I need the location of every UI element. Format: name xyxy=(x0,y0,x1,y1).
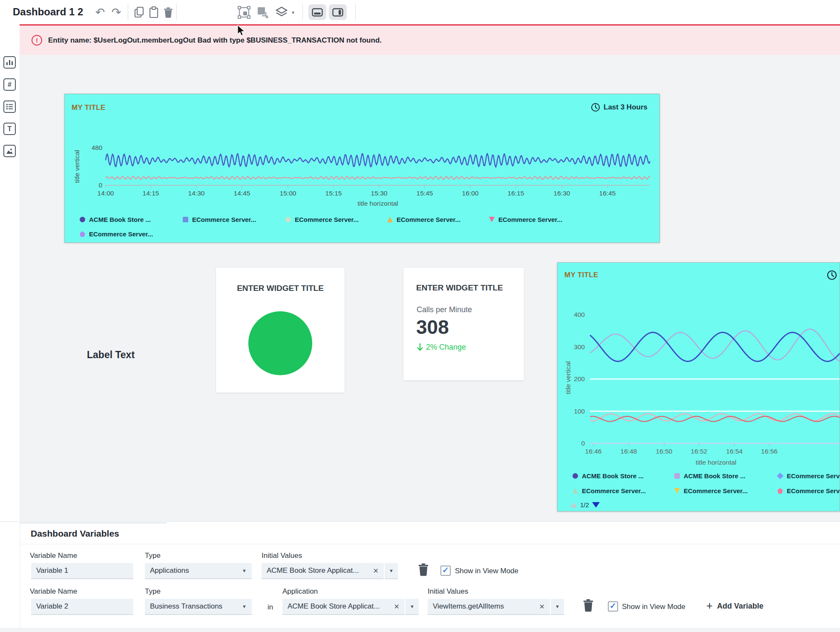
panel-title: Dashboard Variables xyxy=(31,529,119,539)
show-in-view-mode-checkbox[interactable]: ✓ xyxy=(608,601,618,612)
caret-down-icon: ▼ xyxy=(410,604,414,609)
legend-label: ACME Book Store ... xyxy=(582,472,644,480)
label-widget[interactable]: Label Text xyxy=(87,349,135,361)
legend-label: ACME Book Store ... xyxy=(89,216,151,223)
svg-text:0: 0 xyxy=(99,181,102,189)
time-range[interactable]: Last 3 Hours xyxy=(591,103,647,112)
clear-icon[interactable]: ✕ xyxy=(370,567,379,575)
legend-label: ECommerce Server... xyxy=(787,472,840,480)
caret-down-icon: ▼ xyxy=(242,568,247,573)
undo-button[interactable]: ↶ xyxy=(93,5,107,20)
type-select[interactable]: Applications▼ xyxy=(145,563,252,579)
dashboard-variables-panel: Dashboard Variables Variable Name Variab… xyxy=(0,521,840,632)
widget-title: ENTER WIDGET TITLE xyxy=(216,284,345,293)
svg-text:16:45: 16:45 xyxy=(599,190,616,197)
initial-value-chip: ACME Book Store Applicat... xyxy=(267,566,359,575)
check-icon: ✓ xyxy=(442,565,449,575)
variable-name-input[interactable]: Variable 1 xyxy=(31,563,133,579)
legend-marker-triangle-up xyxy=(572,488,578,494)
arrow-down-icon xyxy=(417,343,423,351)
panel-right-toggle[interactable] xyxy=(329,4,347,20)
metric-label: Calls per Minute xyxy=(417,305,472,314)
paste-button[interactable] xyxy=(147,5,161,20)
ungroup-button[interactable] xyxy=(256,5,270,20)
legend-item: ECommerce Server... xyxy=(777,487,840,494)
svg-text:title horizontal: title horizontal xyxy=(696,459,736,466)
plus-icon: + xyxy=(706,600,713,611)
initial-values-dropdown[interactable]: ▼ xyxy=(385,563,398,579)
text-widget-icon[interactable]: T xyxy=(3,123,16,135)
legend-item: ECommerce Server... xyxy=(572,487,646,494)
list-widget-icon[interactable] xyxy=(3,101,16,113)
legend-item: ACME Book Store ... xyxy=(80,216,151,223)
svg-text:15:15: 15:15 xyxy=(325,190,342,197)
legend-label: ECommerce Server... xyxy=(787,487,840,494)
add-variable-button[interactable]: + Add Variable xyxy=(706,601,763,611)
chart-widget-icon[interactable] xyxy=(3,56,16,69)
svg-text:15:45: 15:45 xyxy=(417,190,433,197)
initial-values-input[interactable]: ACME Book Store Applicat...✕ xyxy=(262,563,384,579)
add-variable-label: Add Variable xyxy=(717,602,763,611)
legend-label: ECommerce Server... xyxy=(684,487,748,494)
legend-pager[interactable]: 1/2 xyxy=(570,501,600,508)
clock-icon[interactable] xyxy=(827,270,837,282)
svg-text:15:30: 15:30 xyxy=(371,190,388,197)
panel-bottom-toggle[interactable] xyxy=(308,4,326,20)
widget-title: ENTER WIDGET TITLE xyxy=(416,283,503,293)
initial-value-chip: ViewItems.getAllItems xyxy=(433,602,504,611)
initial-values-input[interactable]: ViewItems.getAllItems✕ xyxy=(428,599,550,615)
application-input[interactable]: ACME Book Store Applicat...✕ xyxy=(282,599,405,615)
pager-up-icon[interactable] xyxy=(570,503,577,508)
initial-values-dropdown[interactable]: ▼ xyxy=(551,599,564,615)
caret-down-icon: ▼ xyxy=(555,604,560,609)
metric-change-label: 2% Change xyxy=(426,343,466,352)
timeseries-widget-main[interactable]: MY TITLE Last 3 Hours 14:0014:1514:3014:… xyxy=(64,94,660,243)
svg-text:200: 200 xyxy=(574,375,585,382)
svg-text:title horizontal: title horizontal xyxy=(357,200,398,207)
delete-button[interactable] xyxy=(161,5,175,20)
legend-marker-pentagon xyxy=(777,488,783,494)
type-select[interactable]: Business Transactions▼ xyxy=(145,599,252,615)
application-label: Application xyxy=(282,587,318,596)
image-widget-icon[interactable] xyxy=(3,145,16,157)
variable-name-input[interactable]: Variable 2 xyxy=(31,599,133,615)
show-in-view-mode-checkbox[interactable]: ✓ xyxy=(440,566,451,576)
pie-circle xyxy=(248,311,312,375)
legend-marker-square xyxy=(183,217,188,222)
svg-text:16:48: 16:48 xyxy=(621,448,637,455)
application-dropdown[interactable]: ▼ xyxy=(406,599,419,615)
timeseries-widget-side[interactable]: MY TITLE 16:4616:4816:5016:5216:5416:560… xyxy=(557,262,840,511)
delete-variable-button[interactable] xyxy=(583,598,594,612)
clear-icon[interactable]: ✕ xyxy=(391,603,400,611)
clear-icon[interactable]: ✕ xyxy=(536,603,545,611)
pie-widget[interactable]: ENTER WIDGET TITLE xyxy=(216,268,345,393)
svg-text:16:30: 16:30 xyxy=(554,190,570,197)
layers-caret-icon[interactable]: ▾ xyxy=(289,5,297,20)
legend-label: ECommerce Server... xyxy=(498,216,562,223)
variable-name-label: Variable Name xyxy=(30,552,77,560)
svg-text:title vertical: title vertical xyxy=(564,361,572,394)
layers-button[interactable] xyxy=(274,5,289,20)
text-glyph: T xyxy=(8,125,12,133)
show-in-view-mode-label: Show in View Mode xyxy=(455,567,518,575)
metric-widget[interactable]: ENTER WIDGET TITLE Calls per Minute 308 … xyxy=(403,268,524,380)
group-button[interactable] xyxy=(237,5,251,20)
metric-widget-icon[interactable]: # xyxy=(3,78,16,91)
error-message: Entity name: $UserLogOut.memberLogOut Ba… xyxy=(48,36,382,45)
legend-marker-triangle-down xyxy=(674,488,680,494)
timeseries-chart: 14:0014:1514:3014:4515:0015:1515:3015:45… xyxy=(65,94,660,243)
variable-name-value: Variable 2 xyxy=(36,602,68,611)
svg-text:0: 0 xyxy=(581,440,585,447)
redo-button[interactable]: ↷ xyxy=(109,5,124,20)
delete-variable-button[interactable] xyxy=(418,563,429,577)
pager-label: 1/2 xyxy=(580,501,589,508)
svg-text:14:30: 14:30 xyxy=(188,190,205,197)
error-banner: ! Entity name: $UserLogOut.memberLogOut … xyxy=(20,24,840,55)
pager-down-icon[interactable] xyxy=(592,502,600,508)
footer-strip xyxy=(0,628,840,632)
legend-marker-diamond xyxy=(285,216,292,223)
copy-button[interactable] xyxy=(132,5,147,20)
legend-item: ECommerce Server... xyxy=(285,216,359,223)
legend-label: ECommerce Server... xyxy=(192,216,256,223)
variable-name-label: Variable Name xyxy=(30,587,77,596)
